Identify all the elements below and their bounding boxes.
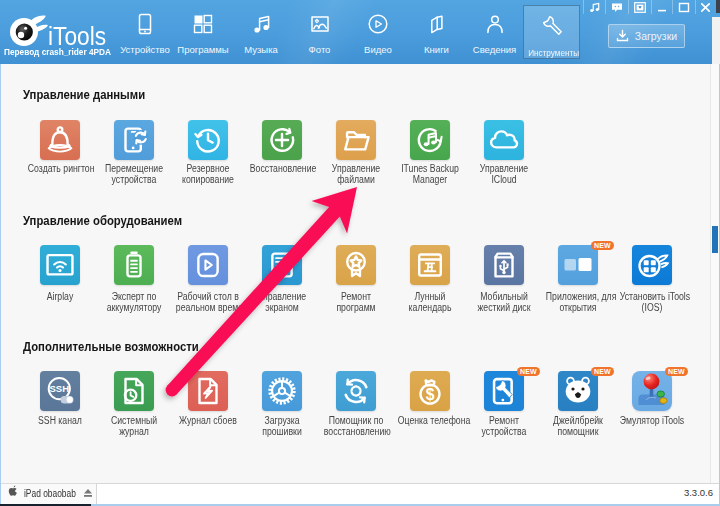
svg-text:SSH: SSH — [49, 383, 69, 394]
svg-text:$: $ — [425, 386, 434, 403]
